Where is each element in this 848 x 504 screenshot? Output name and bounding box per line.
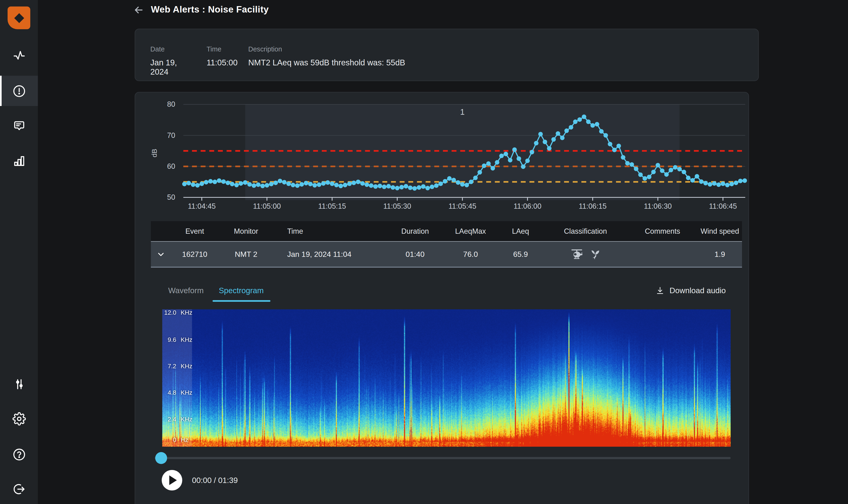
event-id-cell: 162710 bbox=[170, 250, 219, 258]
sidebar-item-reports[interactable] bbox=[0, 145, 38, 176]
svg-text:11:06:30: 11:06:30 bbox=[644, 202, 672, 210]
logout-icon bbox=[12, 482, 26, 496]
play-button[interactable] bbox=[162, 470, 182, 490]
alert-circle-icon bbox=[12, 84, 26, 97]
svg-text:11:05:30: 11:05:30 bbox=[383, 202, 411, 210]
description-value: NMT2 LAeq was 59dB threshold was: 55dB bbox=[248, 58, 405, 67]
seek-track[interactable] bbox=[155, 457, 731, 459]
sidebar-item-monitoring[interactable] bbox=[0, 40, 38, 70]
sidebar-item-settings[interactable] bbox=[0, 403, 38, 434]
svg-text:11:05:45: 11:05:45 bbox=[449, 202, 476, 210]
gear-icon bbox=[12, 412, 26, 425]
play-icon bbox=[169, 475, 177, 485]
time-value: 11:05:00 bbox=[206, 58, 236, 67]
detail-header: Waveform Spectrogram Download audio bbox=[151, 281, 729, 302]
svg-text:11:04:45: 11:04:45 bbox=[188, 202, 216, 210]
col-wind-speed: Wind speed bbox=[698, 227, 742, 235]
svg-text:11:06:15: 11:06:15 bbox=[579, 202, 607, 210]
detail-tabs: Waveform Spectrogram bbox=[162, 281, 270, 300]
download-icon bbox=[655, 286, 665, 295]
seek-handle[interactable] bbox=[155, 452, 167, 464]
alert-time-field: Time 11:05:00 bbox=[206, 45, 236, 80]
col-time: Time bbox=[273, 227, 387, 235]
svg-text:11:05:00: 11:05:00 bbox=[253, 202, 281, 210]
activity-icon bbox=[12, 48, 26, 62]
wind-speed-cell: 1.9 bbox=[698, 250, 742, 258]
description-label: Description bbox=[248, 45, 405, 53]
events-table: Event Monitor Time Duration LAeqMax LAeq… bbox=[151, 221, 742, 268]
download-audio-label: Download audio bbox=[669, 286, 726, 295]
comment-icon bbox=[12, 119, 26, 133]
classification-cell bbox=[543, 247, 627, 261]
page-header: Web Alerts : Noise Facility bbox=[131, 3, 759, 17]
helicopter-icon bbox=[570, 247, 583, 261]
page-title: Web Alerts : Noise Facility bbox=[151, 4, 269, 15]
main-content: Web Alerts : Noise Facility Date Jan 19,… bbox=[134, 0, 759, 504]
sidebar-item-help[interactable] bbox=[0, 439, 38, 469]
app-logo[interactable] bbox=[7, 6, 30, 29]
spectrogram-canvas bbox=[162, 309, 731, 447]
time-label: Time bbox=[206, 45, 236, 53]
collapse-row-button[interactable] bbox=[151, 250, 170, 259]
laeq-cell: 65.9 bbox=[498, 250, 544, 258]
tab-waveform[interactable]: Waveform bbox=[162, 281, 210, 300]
seek-bar[interactable] bbox=[155, 454, 731, 463]
col-laeq: LAeq bbox=[498, 227, 544, 235]
date-value: Jan 19, 2024 bbox=[150, 58, 195, 76]
laeq-chart: 180706050dB11:04:4511:05:0011:05:1511:05… bbox=[135, 92, 749, 217]
sidebar bbox=[0, 0, 38, 504]
svg-text:dB: dB bbox=[150, 149, 158, 157]
event-detail-card: 180706050dB11:04:4511:05:0011:05:1511:05… bbox=[134, 92, 749, 504]
monitor-cell: NMT 2 bbox=[219, 250, 273, 258]
alert-info-card: Date Jan 19, 2024 Time 11:05:00 Descript… bbox=[134, 29, 759, 81]
laeqmax-cell: 76.0 bbox=[444, 250, 498, 258]
col-duration: Duration bbox=[387, 227, 444, 235]
bird-icon bbox=[588, 248, 601, 260]
duration-cell: 01:40 bbox=[387, 250, 444, 258]
svg-text:80: 80 bbox=[167, 100, 175, 108]
arrow-left-icon bbox=[133, 4, 144, 15]
event-row[interactable]: 162710 NMT 2 Jan 19, 2024 11:04 01:40 76… bbox=[151, 241, 742, 268]
sidebar-item-controls[interactable] bbox=[0, 369, 38, 399]
svg-text:60: 60 bbox=[167, 162, 175, 170]
alert-description-field: Description NMT2 LAeq was 59dB threshold… bbox=[248, 45, 405, 80]
col-comments: Comments bbox=[627, 227, 698, 235]
logo-diamond-icon bbox=[14, 13, 24, 23]
sidebar-item-logout[interactable] bbox=[0, 474, 38, 504]
svg-text:11:06:00: 11:06:00 bbox=[513, 202, 541, 210]
tab-spectrogram[interactable]: Spectrogram bbox=[212, 281, 270, 300]
date-label: Date bbox=[150, 45, 195, 53]
download-audio-button[interactable]: Download audio bbox=[652, 281, 729, 300]
col-event: Event bbox=[170, 227, 219, 235]
playback-time: 00:00 / 01:39 bbox=[192, 476, 238, 485]
spectrogram-panel: 12.0KHz9.6KHz7.2KHz4.8KHz2.4KHz0Hz bbox=[162, 309, 731, 447]
col-laeqmax: LAeqMax bbox=[444, 227, 498, 235]
sliders-icon bbox=[12, 377, 26, 391]
sidebar-item-comments[interactable] bbox=[0, 111, 38, 141]
audio-player: 00:00 / 01:39 bbox=[162, 470, 238, 490]
events-table-header: Event Monitor Time Duration LAeqMax LAeq… bbox=[151, 221, 742, 241]
sidebar-item-alerts[interactable] bbox=[0, 76, 38, 106]
svg-text:11:06:45: 11:06:45 bbox=[709, 202, 737, 210]
col-classification: Classification bbox=[543, 227, 627, 235]
svg-text:50: 50 bbox=[167, 193, 175, 201]
svg-text:1: 1 bbox=[460, 107, 465, 116]
app-root: Web Alerts : Noise Facility Date Jan 19,… bbox=[0, 0, 848, 504]
svg-text:70: 70 bbox=[167, 131, 175, 140]
chevron-down-icon bbox=[156, 250, 165, 259]
time-cell: Jan 19, 2024 11:04 bbox=[273, 250, 387, 258]
col-monitor: Monitor bbox=[219, 227, 273, 235]
bar-chart-icon bbox=[12, 154, 26, 167]
svg-text:11:05:15: 11:05:15 bbox=[318, 202, 346, 210]
alert-date-field: Date Jan 19, 2024 bbox=[150, 45, 195, 80]
back-button[interactable] bbox=[131, 3, 146, 17]
help-circle-icon bbox=[12, 448, 26, 461]
